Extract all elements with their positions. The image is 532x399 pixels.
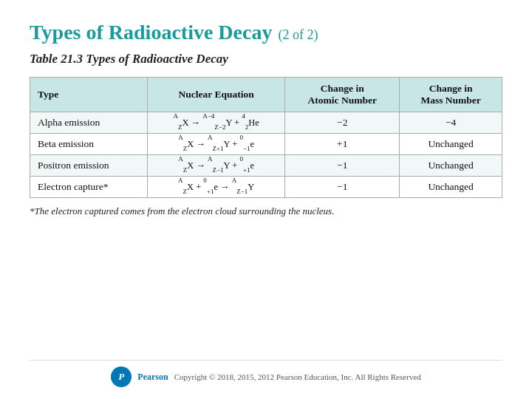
pearson-logo: P bbox=[111, 366, 132, 387]
eq-alpha-text: AZX → A−4Z−2Y + 42He bbox=[173, 117, 259, 128]
eq-beta: AZX → AZ+1Y + 0−1e bbox=[148, 134, 285, 155]
atomic-change-alpha: −2 bbox=[285, 112, 400, 134]
main-title: Types of Radioactive Decay (2 of 2) bbox=[30, 21, 502, 44]
table-header-row: Type Nuclear Equation Change inAtomic Nu… bbox=[30, 78, 502, 112]
subtitle: Table 21.3 Types of Radioactive Decay bbox=[30, 52, 502, 66]
type-electron-capture: Electron capture* bbox=[30, 177, 148, 198]
col-equation: Nuclear Equation bbox=[148, 78, 285, 112]
mass-change-beta: Unchanged bbox=[400, 134, 502, 155]
type-beta: Beta emission bbox=[30, 134, 148, 155]
footnote: *The electron captured comes from the el… bbox=[30, 205, 502, 217]
table-row: Alpha emission AZX → A−4Z−2Y + 42He −2 −… bbox=[30, 112, 502, 134]
atomic-change-positron: −1 bbox=[285, 155, 400, 177]
footer: P Pearson Copyright © 2018, 2015, 2012 P… bbox=[30, 360, 502, 387]
title-text: Types of Radioactive Decay bbox=[30, 21, 272, 44]
col-atomic: Change inAtomic Number bbox=[285, 78, 400, 112]
table-row: Electron capture* AZX + 0+1e → AZ−1Y −1 … bbox=[30, 177, 502, 198]
mass-change-positron: Unchanged bbox=[400, 155, 502, 177]
eq-alpha: AZX → A−4Z−2Y + 42He bbox=[148, 112, 285, 134]
type-positron: Positron emission bbox=[30, 155, 148, 177]
type-alpha: Alpha emission bbox=[30, 112, 148, 134]
title-sub: (2 of 2) bbox=[278, 27, 318, 43]
eq-electron-capture: AZX + 0+1e → AZ−1Y bbox=[148, 177, 285, 198]
copyright-text: Copyright © 2018, 2015, 2012 Pearson Edu… bbox=[174, 372, 421, 381]
decay-table: Type Nuclear Equation Change inAtomic Nu… bbox=[30, 77, 502, 198]
mass-change-alpha: −4 bbox=[400, 112, 502, 134]
atomic-change-ec: −1 bbox=[285, 177, 400, 198]
table-row: Beta emission AZX → AZ+1Y + 0−1e +1 Unch… bbox=[30, 134, 502, 155]
eq-positron: AZX → AZ−1Y + 0+1e bbox=[148, 155, 285, 177]
table-row: Positron emission AZX → AZ−1Y + 0+1e −1 … bbox=[30, 155, 502, 177]
pearson-label: Pearson bbox=[137, 372, 168, 383]
mass-change-ec: Unchanged bbox=[400, 177, 502, 198]
col-mass: Change inMass Number bbox=[400, 78, 502, 112]
col-type: Type bbox=[30, 78, 148, 112]
atomic-change-beta: +1 bbox=[285, 134, 400, 155]
page: Types of Radioactive Decay (2 of 2) Tabl… bbox=[0, 0, 532, 399]
